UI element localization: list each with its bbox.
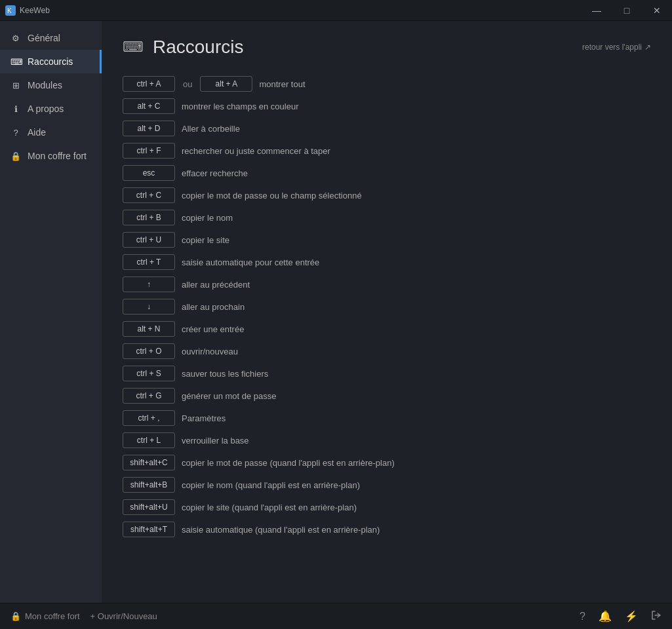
- shortcut-desc-11: créer une entrée: [182, 324, 244, 334]
- back-label: retour vers l'appli: [582, 43, 642, 52]
- shortcut-row-9: ↑aller au précédent: [123, 276, 651, 292]
- shortcut-desc-19: copier le site (quand l'appli est en arr…: [182, 503, 357, 512]
- open-new-label: + Ouvrir/Nouveau: [90, 611, 157, 621]
- shortcut-desc-17: copier le mot de passe (quand l'appli es…: [182, 458, 395, 468]
- sidebar-item-aide[interactable]: ? Aide: [0, 121, 102, 144]
- shortcut-desc-16: verrouiller la base: [182, 436, 249, 446]
- page-title: Raccourcis: [153, 37, 243, 58]
- shortcut-key-6-0: ctrl + B: [123, 210, 175, 225]
- shortcut-row-17: shift+alt+Ccopier le mot de passe (quand…: [123, 455, 651, 470]
- shortcut-key-13-0: ctrl + S: [123, 366, 175, 381]
- shortcut-row-4: esceffacer recherche: [123, 165, 651, 181]
- page-title-icon: ⌨: [123, 39, 144, 56]
- shortcut-desc-1: montrer les champs en couleur: [182, 102, 298, 111]
- shortcut-row-16: ctrl + Lverrouiller la base: [123, 432, 651, 448]
- bottombar-right: ? 🔔 ⚡: [580, 610, 662, 623]
- shortcut-row-15: ctrl + ,Paramètres: [123, 410, 651, 426]
- shortcut-row-8: ctrl + Tsaisie automatique pour cette en…: [123, 254, 651, 270]
- sidebar-item-modules[interactable]: ⊞ Modules: [0, 73, 102, 97]
- shortcut-desc-8: saisie automatique pour cette entrée: [182, 257, 319, 267]
- shortcut-desc-13: sauver tous les fichiers: [182, 369, 268, 379]
- sidebar-icon-coffre: 🔒: [10, 151, 21, 161]
- shortcut-key-1-0: alt + C: [123, 98, 175, 114]
- back-link[interactable]: retour vers l'appli ↗: [582, 43, 651, 52]
- sidebar-item-general[interactable]: ⚙ Général: [0, 26, 102, 50]
- sidebar-label-modules: Modules: [28, 80, 62, 90]
- shortcut-key-16-0: ctrl + L: [123, 432, 175, 448]
- shortcut-desc-7: copier le site: [182, 235, 229, 245]
- logout-icon[interactable]: [651, 610, 662, 623]
- sidebar-item-coffre[interactable]: 🔒 Mon coffre fort: [0, 144, 102, 168]
- sidebar-icon-modules: ⊞: [10, 81, 21, 90]
- shortcut-desc-12: ouvrir/nouveau: [182, 347, 238, 356]
- shortcut-row-7: ctrl + Ucopier le site: [123, 232, 651, 248]
- shortcut-row-14: ctrl + Ggénérer un mot de passe: [123, 388, 651, 404]
- sidebar-item-apropos[interactable]: ℹ A propos: [0, 97, 102, 121]
- shortcut-row-18: shift+alt+Bcopier le nom (quand l'appli …: [123, 477, 651, 493]
- shortcut-key-20-0: shift+alt+T: [123, 522, 175, 537]
- shortcut-key-9-0: ↑: [123, 276, 175, 292]
- content-area: ⌨ Raccourcis retour vers l'appli ↗ ctrl …: [102, 21, 672, 603]
- app-title: KeeWeb: [20, 6, 50, 15]
- app-icon: K: [5, 5, 16, 16]
- minimize-button[interactable]: —: [582, 0, 612, 21]
- open-new-item[interactable]: + Ouvrir/Nouveau: [90, 611, 157, 621]
- shortcut-row-5: ctrl + Ccopier le mot de passe ou le cha…: [123, 187, 651, 203]
- shortcut-key-19-0: shift+alt+U: [123, 499, 175, 515]
- shortcut-row-1: alt + Cmontrer les champs en couleur: [123, 98, 651, 114]
- shortcut-row-11: alt + Ncréer une entrée: [123, 321, 651, 337]
- back-icon: ↗: [644, 43, 651, 52]
- shortcut-key-8-0: ctrl + T: [123, 254, 175, 270]
- shortcut-row-0: ctrl + Aoualt + Amontrer tout: [123, 76, 651, 92]
- shortcut-key-2-0: alt + D: [123, 121, 175, 136]
- shortcut-desc-14: générer un mot de passe: [182, 391, 277, 401]
- close-button[interactable]: ✕: [642, 0, 672, 21]
- bottombar: 🔒 Mon coffre fort + Ouvrir/Nouveau ? 🔔 ⚡: [0, 603, 672, 629]
- page-header: ⌨ Raccourcis retour vers l'appli ↗: [123, 37, 651, 58]
- shortcut-desc-6: copier le nom: [182, 213, 233, 223]
- shortcut-separator-0: ou: [182, 79, 193, 89]
- page-title-wrap: ⌨ Raccourcis: [123, 37, 243, 58]
- bottombar-left: 🔒 Mon coffre fort + Ouvrir/Nouveau: [10, 611, 157, 621]
- sidebar-label-general: Général: [28, 33, 60, 43]
- titlebar-controls: — □ ✕: [582, 0, 672, 21]
- shortcut-key-0-0: ctrl + A: [123, 76, 175, 92]
- shortcut-key-15-0: ctrl + ,: [123, 410, 175, 426]
- sidebar-item-raccourcis[interactable]: ⌨ Raccourcis: [0, 50, 102, 73]
- shortcut-desc-20: saisie automatique (quand l'appli est en…: [182, 525, 380, 535]
- shortcut-row-2: alt + DAller à corbeille: [123, 121, 651, 136]
- shortcut-row-19: shift+alt+Ucopier le site (quand l'appli…: [123, 499, 651, 515]
- shortcut-desc-5: copier le mot de passe ou le champ sélec…: [182, 191, 362, 200]
- shortcut-desc-15: Paramètres: [182, 413, 226, 423]
- sidebar-icon-aide: ?: [10, 128, 21, 138]
- shortcut-key-14-0: ctrl + G: [123, 388, 175, 404]
- titlebar-left: K KeeWeb: [5, 5, 50, 16]
- shortcut-key-18-0: shift+alt+B: [123, 477, 175, 493]
- bell-icon[interactable]: 🔔: [599, 610, 612, 622]
- shortcut-key-3-0: ctrl + F: [123, 143, 175, 159]
- shortcut-alt-key-0-0: alt + A: [200, 76, 252, 92]
- sidebar-icon-general: ⚙: [10, 33, 21, 43]
- shortcut-row-3: ctrl + Frechercher ou juste commencer à …: [123, 143, 651, 159]
- shortcut-row-6: ctrl + Bcopier le nom: [123, 210, 651, 225]
- vault-item[interactable]: 🔒 Mon coffre fort: [10, 611, 80, 621]
- shortcut-row-12: ctrl + Oouvrir/nouveau: [123, 343, 651, 359]
- maximize-button[interactable]: □: [612, 0, 642, 21]
- shortcut-key-5-0: ctrl + C: [123, 187, 175, 203]
- help-icon[interactable]: ?: [580, 611, 585, 622]
- shortcut-key-4-0: esc: [123, 165, 175, 181]
- shortcut-desc-2: Aller à corbeille: [182, 124, 240, 134]
- shortcut-key-11-0: alt + N: [123, 321, 175, 337]
- bolt-icon[interactable]: ⚡: [625, 610, 638, 622]
- sidebar-label-coffre: Mon coffre fort: [28, 151, 87, 161]
- sidebar-icon-raccourcis: ⌨: [10, 57, 21, 67]
- shortcut-desc-10: aller au prochain: [182, 302, 245, 312]
- shortcut-row-10: ↓aller au prochain: [123, 299, 651, 314]
- shortcut-desc-9: aller au précédent: [182, 280, 250, 290]
- shortcuts-list: ctrl + Aoualt + Amontrer toutalt + Cmont…: [123, 76, 651, 537]
- titlebar: K KeeWeb — □ ✕: [0, 0, 672, 21]
- shortcut-row-13: ctrl + Ssauver tous les fichiers: [123, 366, 651, 381]
- sidebar-icon-apropos: ℹ: [10, 104, 21, 114]
- shortcut-key-10-0: ↓: [123, 299, 175, 314]
- svg-text:K: K: [7, 7, 12, 14]
